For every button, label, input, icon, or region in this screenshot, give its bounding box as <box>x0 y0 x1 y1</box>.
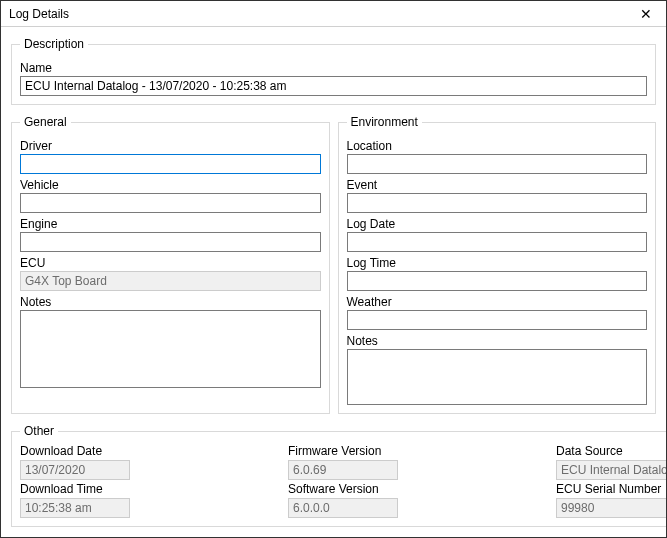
location-input[interactable] <box>347 154 648 174</box>
download-date-label: Download Date <box>20 444 130 458</box>
general-notes-input[interactable] <box>20 310 321 388</box>
firmware-version-label: Firmware Version <box>288 444 398 458</box>
environment-group: Environment Location Event Log Date Log … <box>338 115 657 414</box>
data-source-label: Data Source <box>556 444 667 458</box>
event-input[interactable] <box>347 193 648 213</box>
window-title: Log Details <box>9 7 69 21</box>
log-date-label: Log Date <box>347 217 648 231</box>
download-date-input <box>20 460 130 480</box>
firmware-version-input <box>288 460 398 480</box>
name-label: Name <box>20 61 647 75</box>
software-version-input <box>288 498 398 518</box>
other-group: Other Download Date Firmware Version Dat… <box>11 424 667 527</box>
ecu-serial-input <box>556 498 667 518</box>
event-label: Event <box>347 178 648 192</box>
description-legend: Description <box>20 37 88 51</box>
data-source-input <box>556 460 667 480</box>
weather-label: Weather <box>347 295 648 309</box>
vehicle-input[interactable] <box>20 193 321 213</box>
ecu-serial-label: ECU Serial Number <box>556 482 667 496</box>
close-button[interactable]: ✕ <box>626 1 666 27</box>
name-input[interactable] <box>20 76 647 96</box>
general-legend: General <box>20 115 71 129</box>
software-version-label: Software Version <box>288 482 398 496</box>
environment-notes-input[interactable] <box>347 349 648 405</box>
log-time-label: Log Time <box>347 256 648 270</box>
titlebar: Log Details ✕ <box>1 1 666 27</box>
description-group: Description Name <box>11 37 656 105</box>
log-time-input[interactable] <box>347 271 648 291</box>
environment-legend: Environment <box>347 115 422 129</box>
driver-input[interactable] <box>20 154 321 174</box>
general-notes-label: Notes <box>20 295 321 309</box>
engine-input[interactable] <box>20 232 321 252</box>
other-legend: Other <box>20 424 58 438</box>
vehicle-label: Vehicle <box>20 178 321 192</box>
weather-input[interactable] <box>347 310 648 330</box>
ecu-label: ECU <box>20 256 321 270</box>
engine-label: Engine <box>20 217 321 231</box>
download-time-input <box>20 498 130 518</box>
close-icon: ✕ <box>640 7 652 21</box>
general-group: General Driver Vehicle Engine ECU Notes <box>11 115 330 414</box>
driver-label: Driver <box>20 139 321 153</box>
log-date-input[interactable] <box>347 232 648 252</box>
content: Description Name General Driver Vehicle … <box>1 27 666 538</box>
location-label: Location <box>347 139 648 153</box>
environment-notes-label: Notes <box>347 334 648 348</box>
download-time-label: Download Time <box>20 482 130 496</box>
ecu-input <box>20 271 321 291</box>
